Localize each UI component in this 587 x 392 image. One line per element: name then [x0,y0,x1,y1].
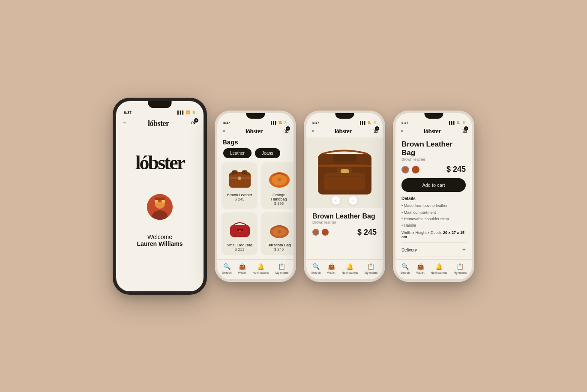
pill-jeans[interactable]: Jeans [255,148,280,158]
product-name-0: Brown Leather [227,193,252,197]
add-to-cart-button[interactable]: Add to cart [401,178,466,192]
header-4: ≡ lóbster 🛍 3 [395,126,472,138]
cart-icon-4[interactable]: 🛍 3 [461,128,467,135]
logo-2: lóbster [246,128,263,135]
welcome-label: Welcome [137,233,183,240]
search-icon-3: 🔍 [312,263,320,270]
nav-label-notif-3: Notifications [341,271,358,274]
wallet-icon-4: 👜 [417,263,424,270]
svg-rect-22 [318,165,371,167]
time-4: 8:37 [401,121,408,125]
product-card-0[interactable]: Brown Leather $ 245 [222,162,258,209]
user-avatar [147,194,173,220]
detail-nav-arrows: ‹ › [306,196,383,205]
next-arrow[interactable]: › [349,196,357,205]
nav-wallet-2[interactable]: 👜 Wallet [238,263,246,274]
product-card-3[interactable]: Terracota Bag $ 245 [261,212,296,255]
logo-4: lóbster [424,128,441,135]
nav-search-2[interactable]: 🔍 Search [222,263,231,274]
time-2: 8:37 [223,121,230,125]
bottom-nav-4: 🔍 Search 👜 Wallet 🔔 Notifications 📋 My o… [395,259,472,279]
big-logo: lóbster [135,153,184,173]
product-card-1[interactable]: Orange Handbag $ 198 [261,162,296,209]
notch-inner-1 [148,101,172,108]
accordion-delivery[interactable]: Delivery + [401,242,466,257]
filter-icon-3[interactable]: ≡ [311,129,314,134]
bottom-nav-3: 🔍 Search 👜 Wallet 🔔 Notifications 📋 My o… [306,259,383,279]
product-name-3: Terracota Bag [267,243,291,247]
product-price-0: $ 245 [235,197,245,201]
detail-title-4: Brown Leather Bag [401,140,466,158]
details-heading: Details [401,196,466,201]
cart-icon-2[interactable]: 🛍 4 [283,128,288,135]
orders-icon-2: 📋 [278,263,285,270]
product-img-3 [264,217,294,240]
notch-4 [422,113,446,120]
detail-sub-4: Brown leather [401,157,466,162]
detail-page-4: Brown Leather Bag Brown leather $ 245 Ad… [395,138,472,274]
svg-rect-27 [324,173,365,190]
header-2: ≡ lóbster 🛍 4 [217,126,294,138]
product-card-2[interactable]: Small Red Bag $ 211 [222,212,258,255]
notch-3 [333,113,356,120]
color-dot-brown-1[interactable] [312,229,319,236]
product-img-2 [225,217,254,240]
product-price-1: $ 198 [274,201,284,206]
prev-arrow[interactable]: ‹ [332,196,340,205]
product-grid: Brown Leather $ 245 Orange Handbag $ 198 [217,162,294,255]
nav-label-notif-4: Notifications [431,271,447,274]
color-dot-4-1[interactable] [401,166,409,174]
wallet-icon-2: 👜 [239,263,246,270]
phones-container: 8:37 ▌▌▌ 📶 🔋 ≡ lóbster 🛍 4 lóbster [104,81,483,312]
nav-notifications-3[interactable]: 🔔 Notifications [341,263,358,274]
product-price-3: $ 245 [357,228,377,237]
product-name-1: Orange Handbag [264,193,294,201]
header-3: ≡ lóbster 🛍 4 [306,126,383,138]
product-img-1 [264,167,294,190]
bell-icon-2: 🔔 [257,263,264,270]
nav-wallet-4[interactable]: 👜 Wallet [416,263,424,274]
notch-inner-2 [246,113,265,119]
notch-2 [244,113,267,120]
detail-item-1: Main compartment [401,209,466,216]
nav-notifications-4[interactable]: 🔔 Notifications [431,263,447,274]
svg-rect-8 [232,171,237,174]
bell-icon-3: 🔔 [346,263,353,270]
nav-orders-4[interactable]: 📋 My orders [453,263,467,274]
color-swatches-3 [312,229,329,236]
phone1-body: lóbster Welcome Lauren Williams [116,132,204,256]
nav-label-wallet-2: Wallet [238,271,246,274]
dimension-label: Width x Height x Depth: [401,230,442,235]
svg-point-17 [239,230,241,232]
nav-orders-3[interactable]: 📋 My orders [364,263,377,274]
color-dot-brown-2[interactable] [322,229,329,236]
filter-icon-2[interactable]: ≡ [222,129,225,134]
filter-icon-4[interactable]: ≡ [401,129,403,134]
nav-wallet-3[interactable]: 👜 Wallet [327,263,335,274]
nav-label-orders-2: My orders [275,271,288,274]
cart-icon-1[interactable]: 🛍 4 [191,120,197,127]
svg-point-11 [238,177,241,180]
nav-search-3[interactable]: 🔍 Search [311,263,320,274]
nav-notifications-2[interactable]: 🔔 Notifications [252,263,269,274]
nav-search-4[interactable]: 🔍 Search [400,263,410,274]
pill-leather[interactable]: Leather [223,148,252,158]
filter-pills: Leather Jeans [217,148,294,162]
cart-icon-3[interactable]: 🛍 4 [372,128,377,135]
wallet-icon-3: 👜 [328,263,335,270]
accordion-delivery-label: Delivery [401,248,417,252]
phone-3: 8:37 ▌▌▌ 📶 🔋 ≡ lóbster 🛍 4 [304,111,385,282]
nav-orders-2[interactable]: 📋 My orders [275,263,288,274]
svg-rect-14 [278,178,281,181]
color-dot-4-2[interactable] [412,166,419,174]
orders-icon-4: 📋 [456,263,464,270]
product-img-0 [225,167,254,190]
product-name-2: Small Red Bag [227,243,252,247]
bottom-nav-2: 🔍 Search 👜 Wallet 🔔 Notifications 📋 My o… [217,259,294,279]
product-price-3: $ 245 [274,247,284,251]
details-list: Made from bovine leather Main compartmen… [401,203,466,229]
product-info-3: Brown Leather Bag Brown leather $ 245 [306,208,383,241]
svg-point-20 [278,230,281,233]
nav-label-wallet-3: Wallet [327,271,335,274]
filter-icon-1[interactable]: ≡ [123,120,126,127]
